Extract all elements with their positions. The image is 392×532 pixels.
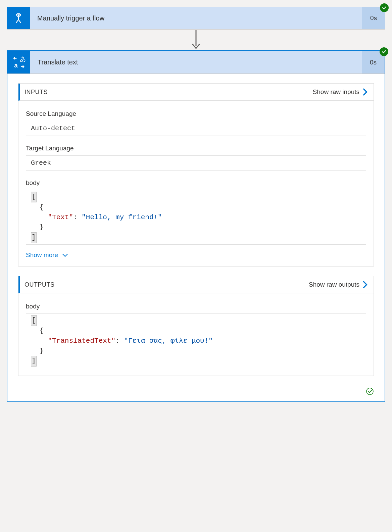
source-language-value: Auto-detect <box>26 121 366 136</box>
source-language-label: Source Language <box>26 110 366 117</box>
show-more-link[interactable]: Show more <box>26 251 68 259</box>
outputs-panel: OUTPUTS Show raw outputs body [ { "Trans… <box>18 276 374 376</box>
chevron-right-icon <box>363 88 368 96</box>
success-badge-icon <box>380 3 389 12</box>
show-more-label: Show more <box>26 251 58 259</box>
output-body-label: body <box>26 303 366 310</box>
output-body-json: [ { "TranslatedText": "Γεια σας, φίλε μο… <box>26 313 366 368</box>
outputs-header: OUTPUTS Show raw outputs <box>18 276 374 293</box>
trigger-icon <box>7 7 30 29</box>
json-value-text: "Hello, my friend!" <box>82 213 162 221</box>
show-raw-inputs-link[interactable]: Show raw inputs <box>313 88 368 96</box>
trigger-title: Manually trigger a flow <box>30 7 362 29</box>
svg-point-5 <box>366 388 373 395</box>
footer-success-icon <box>7 386 385 401</box>
svg-text:a: a <box>14 62 18 69</box>
chevron-right-icon <box>363 281 368 288</box>
translate-icon: あ a <box>7 51 30 74</box>
json-value-translated: "Γεια σας, φίλε μου!" <box>124 337 213 345</box>
success-badge-icon <box>380 47 388 56</box>
inputs-title: INPUTS <box>24 89 313 96</box>
target-language-label: Target Language <box>26 145 366 152</box>
action-header[interactable]: あ a Translate text 0s <box>7 51 385 74</box>
chevron-down-icon <box>62 253 68 257</box>
json-key-translated: "TranslatedText" <box>48 337 115 345</box>
show-raw-outputs-label: Show raw outputs <box>309 281 359 288</box>
trigger-card[interactable]: Manually trigger a flow 0s <box>7 7 385 30</box>
inputs-header: INPUTS Show raw inputs <box>18 84 374 101</box>
json-key-text: "Text" <box>48 213 73 221</box>
show-raw-inputs-label: Show raw inputs <box>313 88 359 96</box>
inputs-panel: INPUTS Show raw inputs Source Language A… <box>18 83 374 267</box>
action-title: Translate text <box>30 51 362 74</box>
svg-point-1 <box>18 14 19 16</box>
svg-text:あ: あ <box>20 56 26 62</box>
input-body-json: [ { "Text": "Hello, my friend!" } ] <box>26 190 366 245</box>
target-language-value: Greek <box>26 155 366 171</box>
outputs-title: OUTPUTS <box>24 281 309 288</box>
input-body-label: body <box>26 179 366 187</box>
arrow-connector-icon <box>7 30 385 50</box>
show-raw-outputs-link[interactable]: Show raw outputs <box>309 281 368 288</box>
action-card: あ a Translate text 0s INPUTS Show raw in… <box>7 50 385 402</box>
